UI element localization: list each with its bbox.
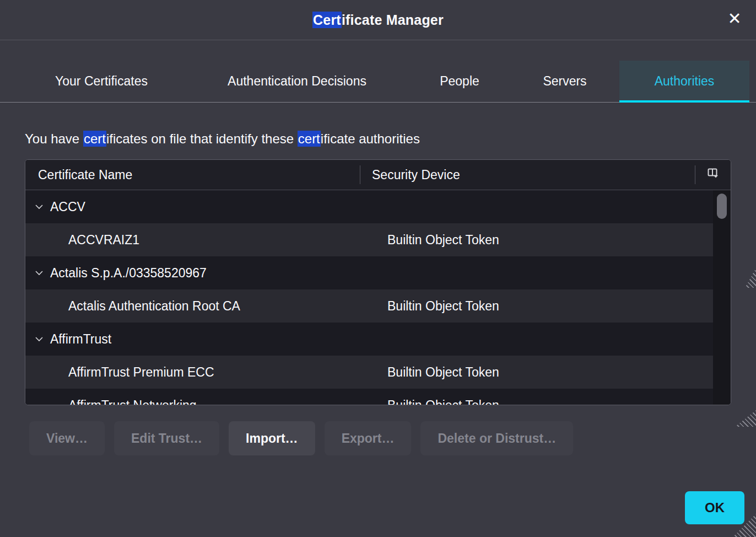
tab-bar: Your Certificates Authentication Decisio… bbox=[0, 61, 756, 103]
chevron-down-icon[interactable] bbox=[35, 204, 44, 210]
desc-segment: You have bbox=[25, 131, 83, 146]
export-button[interactable]: Export… bbox=[325, 421, 412, 455]
column-header-security-device[interactable]: Security Device bbox=[360, 168, 695, 182]
row-name-cell: Actalis Authentication Root CA bbox=[25, 299, 363, 314]
tab-people[interactable]: People bbox=[409, 61, 510, 102]
chevron-down-icon[interactable] bbox=[35, 270, 44, 276]
column-picker-icon bbox=[707, 167, 719, 182]
action-button-row: View… Edit Trust… Import… Export… Delete… bbox=[29, 421, 756, 455]
row-name-cell: Actalis S.p.A./03358520967 bbox=[25, 266, 363, 281]
description-text: You have certificates on file that ident… bbox=[25, 131, 731, 147]
table-row-group[interactable]: AffirmTrust bbox=[25, 323, 714, 356]
view-button[interactable]: View… bbox=[29, 421, 105, 455]
certificate-table: Certificate Name Security Device ACCV AC… bbox=[25, 159, 731, 405]
table-row[interactable]: Actalis Authentication Root CA Builtin O… bbox=[25, 289, 714, 323]
row-name-cell: ACCV bbox=[25, 200, 363, 214]
scrollbar-track[interactable] bbox=[713, 190, 731, 405]
table-row[interactable]: AffirmTrust Networking Builtin Object To… bbox=[25, 389, 714, 405]
row-device-cell: Builtin Object Token bbox=[363, 233, 714, 248]
tab-label: Servers bbox=[543, 74, 586, 89]
desc-segment: ificates on file that identify these bbox=[106, 131, 298, 146]
cert-name: AffirmTrust Networking bbox=[68, 398, 197, 406]
page-title: Certificate Manager bbox=[312, 12, 444, 28]
delete-or-distrust-button[interactable]: Delete or Distrust… bbox=[420, 421, 573, 455]
title-find-highlight: Cert bbox=[312, 12, 342, 28]
desc-segment: ificate authorities bbox=[321, 131, 420, 146]
table-row[interactable]: ACCVRAIZ1 Builtin Object Token bbox=[25, 223, 714, 256]
dialog-titlebar: Certificate Manager ✕ bbox=[0, 0, 756, 40]
tab-label: People bbox=[440, 74, 479, 89]
tab-label: Authentication Decisions bbox=[228, 74, 366, 89]
row-name-cell: AffirmTrust Networking bbox=[25, 398, 363, 406]
tab-authentication-decisions[interactable]: Authentication Decisions bbox=[185, 61, 409, 102]
desc-find-highlight: cert bbox=[298, 131, 321, 147]
cert-name: ACCVRAIZ1 bbox=[68, 233, 139, 248]
table-row-group[interactable]: Actalis S.p.A./03358520967 bbox=[25, 256, 714, 289]
scrollbar-thumb[interactable] bbox=[717, 194, 727, 219]
cert-group-name: ACCV bbox=[50, 200, 85, 214]
cert-group-name: AffirmTrust bbox=[50, 332, 111, 347]
close-icon[interactable]: ✕ bbox=[722, 6, 747, 31]
tab-your-certificates[interactable]: Your Certificates bbox=[18, 61, 185, 102]
table-header: Certificate Name Security Device bbox=[25, 160, 731, 190]
column-picker-button[interactable] bbox=[695, 167, 731, 182]
cert-group-name: Actalis S.p.A./03358520967 bbox=[50, 266, 207, 281]
import-button[interactable]: Import… bbox=[229, 421, 315, 455]
row-name-cell: AffirmTrust bbox=[25, 332, 363, 347]
cert-name: AffirmTrust Premium ECC bbox=[68, 365, 214, 380]
cert-name: Actalis Authentication Root CA bbox=[68, 299, 240, 314]
tab-authorities[interactable]: Authorities bbox=[619, 61, 749, 102]
chevron-down-icon[interactable] bbox=[35, 336, 44, 342]
row-device-cell: Builtin Object Token bbox=[363, 365, 714, 380]
row-device-cell: Builtin Object Token bbox=[363, 299, 714, 314]
row-name-cell: AffirmTrust Premium ECC bbox=[25, 365, 363, 380]
tab-label: Authorities bbox=[655, 74, 715, 89]
title-rest: ificate Manager bbox=[342, 12, 444, 28]
desc-find-highlight: cert bbox=[83, 131, 106, 147]
tab-label: Your Certificates bbox=[55, 74, 148, 89]
table-body: ACCV ACCVRAIZ1 Builtin Object Token Acta… bbox=[25, 190, 731, 405]
row-device-cell: Builtin Object Token bbox=[363, 398, 714, 406]
table-row-group[interactable]: ACCV bbox=[25, 190, 714, 223]
tab-servers[interactable]: Servers bbox=[510, 61, 619, 102]
edit-trust-button[interactable]: Edit Trust… bbox=[114, 421, 219, 455]
table-row[interactable]: AffirmTrust Premium ECC Builtin Object T… bbox=[25, 356, 714, 389]
ok-button[interactable]: OK bbox=[685, 491, 744, 524]
resize-grip-edge bbox=[745, 268, 756, 288]
column-header-certificate-name[interactable]: Certificate Name bbox=[25, 168, 360, 182]
row-name-cell: ACCVRAIZ1 bbox=[25, 233, 363, 248]
active-tab-underline bbox=[619, 100, 749, 103]
